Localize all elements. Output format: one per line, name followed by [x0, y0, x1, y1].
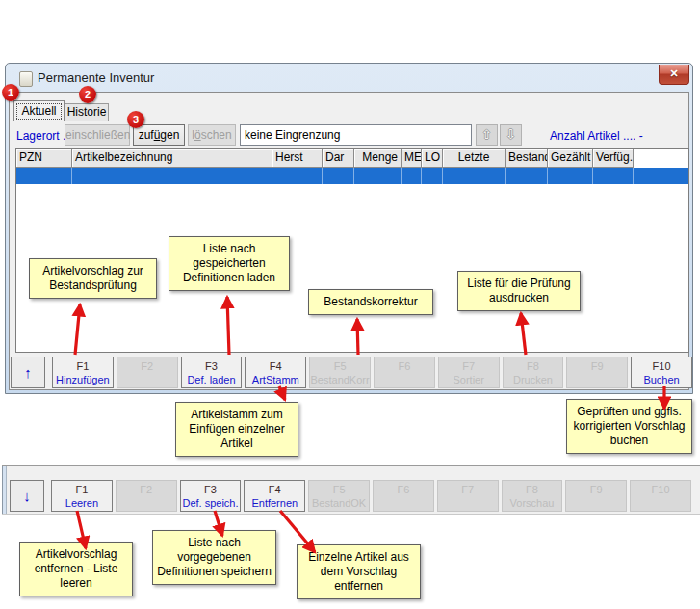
column-header-me[interactable]: ME [402, 149, 422, 168]
column-header-menge[interactable]: Menge [354, 149, 402, 168]
down-arrow-icon: ⇩ [506, 127, 516, 142]
callout-f3-def-laden: Liste nach gespeicherten Definitionen la… [169, 236, 290, 291]
callout-f5-bestandkorr: Bestandskorrektur [308, 289, 433, 315]
callout-f4-entfernen: Einzelne Artikel aus dem Vorschlag entfe… [297, 544, 421, 599]
f4-entfernen-button[interactable]: F4Entfernen [244, 480, 305, 512]
up-arrow-icon: ↑ [24, 364, 32, 381]
callout-f1-hinzufuegen: Artikelvorschlag zur Bestandsprüfung [29, 258, 157, 299]
f1-hinzufuegen-button[interactable]: F1Hinzufügen [52, 357, 114, 388]
window-permanente-inventur: Permanente Inventur ✕ Aktuell Historie L… [5, 63, 693, 394]
einschliessen-label: einschließen [65, 128, 130, 142]
einschliessen-button[interactable]: einschließen [65, 124, 130, 146]
tab-focus-rect [16, 103, 62, 120]
close-button[interactable]: ✕ [659, 65, 689, 85]
window-border-edge [2, 466, 7, 514]
f8-vorschau-button: F8Vorschau [502, 480, 563, 512]
titlebar[interactable]: Permanente Inventur ✕ [6, 64, 692, 92]
step-badge-2: 2 [79, 86, 96, 103]
f6-button: F6 [374, 357, 435, 388]
callout-f8-drucken: Liste für die Prüfung ausdrucken [457, 271, 581, 311]
column-header-artikel[interactable]: Artikelbezeichnung [72, 149, 272, 168]
move-down-button[interactable]: ⇩ [500, 124, 522, 146]
f3-def-laden-button[interactable]: F3Def. laden [181, 357, 243, 388]
anzahl-artikel-label: Anzahl Artikel .... - [550, 129, 643, 143]
article-table: PZN Artikelbezeichnung Herst Dar Menge M… [15, 148, 689, 353]
callout-f4-artstamm: Artikelstamm zum Einfügen einzelner Arti… [175, 402, 298, 457]
f8-drucken-button: F8Drucken [503, 357, 564, 388]
fkey-row-lower: ↓ F1Leeren F2 F3Def. speich. F4Entfernen… [10, 480, 691, 512]
f1-leeren-button[interactable]: F1Leeren [51, 480, 113, 512]
loeschen-button[interactable]: löschen [188, 124, 236, 146]
f7-sortier-button: F7Sortier [438, 357, 500, 388]
screenshot: Permanente Inventur ✕ Aktuell Historie L… [0, 0, 700, 609]
column-header-dar[interactable]: Dar [323, 149, 354, 168]
f2-button: F2 [116, 480, 177, 512]
tab-historie-label: Historie [67, 105, 107, 119]
f9-button: F9 [565, 480, 627, 512]
f10-button: F10 [630, 480, 691, 512]
zufuegen-button[interactable]: zufügen [133, 124, 185, 146]
scroll-down-button[interactable]: ↓ [10, 480, 44, 512]
window-client-area: Aktuell Historie Lagerort ... einschließ… [9, 92, 689, 390]
window-title: Permanente Inventur [38, 70, 154, 85]
column-header-letzte[interactable]: Letzte [443, 149, 506, 168]
column-header-bestand[interactable]: Bestand [506, 149, 548, 168]
f4-artstamm-button[interactable]: F4ArtStamm [245, 357, 306, 388]
column-header-lo[interactable]: LO [422, 149, 443, 168]
scroll-up-button[interactable]: ↑ [11, 357, 45, 388]
f5-bestandkorr-button: F5BestandKorr [309, 357, 371, 388]
f9-button: F9 [566, 357, 628, 388]
callout-f10-buchen: Geprüften und ggfls. korrigierten Vorsch… [566, 399, 692, 454]
close-icon: ✕ [669, 67, 678, 79]
eingrenzung-input[interactable]: keine Eingrenzung [240, 124, 472, 146]
f7-button: F7 [437, 480, 499, 512]
column-header-gezaehlt[interactable]: Gezählt [548, 149, 593, 168]
column-header-pzn[interactable]: PZN [16, 149, 72, 168]
tab-aktuell[interactable]: Aktuell [13, 100, 65, 121]
down-arrow-icon: ↓ [23, 488, 31, 504]
fkey-row-upper: ↑ F1Hinzufügen F2 F3Def. laden F4ArtStam… [11, 357, 692, 388]
move-up-button[interactable]: ⇧ [476, 124, 498, 146]
column-header-verfueg[interactable]: Verfüg. [593, 149, 634, 168]
tab-historie[interactable]: Historie [65, 103, 109, 121]
callout-f3-def-speich: Liste nach vorgegebenen Definitionen spe… [152, 530, 276, 585]
f6-button: F6 [373, 480, 434, 512]
step-badge-3: 3 [127, 111, 144, 128]
table-header-row: PZN Artikelbezeichnung Herst Dar Menge M… [16, 149, 688, 168]
f10-buchen-button[interactable]: F10Buchen [631, 357, 692, 388]
up-arrow-icon: ⇧ [481, 127, 492, 142]
f3-def-speich-button[interactable]: F3Def. speich. [180, 480, 242, 512]
table-row[interactable] [16, 168, 688, 184]
app-icon [19, 71, 33, 87]
column-header-herst[interactable]: Herst [272, 149, 323, 168]
f2-button: F2 [117, 357, 178, 388]
step-badge-1: 1 [2, 84, 19, 101]
callout-f1-leeren: Artikelvorschlag entfernen - Liste leere… [19, 542, 133, 596]
f5-bestandok-button: F5BestandOK [308, 480, 370, 512]
fkey-panel-fragment: ↓ F1Leeren F2 F3Def. speich. F4Entfernen… [2, 465, 700, 515]
